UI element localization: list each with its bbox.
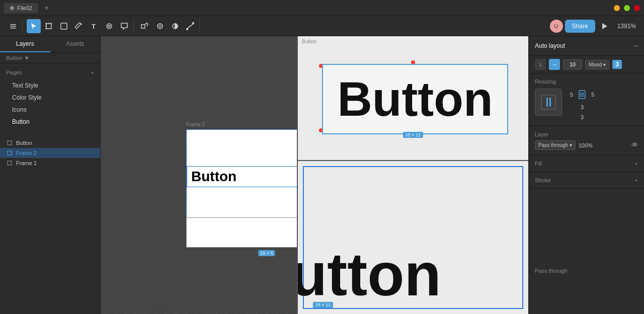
bottom-num-row: 3 xyxy=(570,114,594,121)
left-sidebar: Layers Assets Button ▼ Pages + Text Styl… xyxy=(0,36,101,314)
page-item-button[interactable]: Button xyxy=(6,116,94,128)
al-layer-row: Pass through ▾ 100% xyxy=(535,140,638,150)
pen-tool[interactable] xyxy=(72,19,86,33)
hand-tool[interactable] xyxy=(102,19,116,33)
auto-layout-controls: ↓ → Mixed ▾ 3 xyxy=(529,56,644,73)
file-tab[interactable]: File02 xyxy=(4,3,38,13)
menu-group xyxy=(4,19,23,33)
padding-highlight: 3 xyxy=(612,60,622,69)
canvas[interactable]: Frame 2 Button 15 × 5 Frame 1 xyxy=(101,36,528,314)
transform-tool[interactable] xyxy=(138,19,152,33)
layer-button[interactable]: Button xyxy=(0,138,100,148)
al-add-stroke[interactable]: + xyxy=(635,177,638,183)
button-text: Button xyxy=(191,169,236,184)
page-item-icons[interactable]: Icons xyxy=(6,104,94,116)
breadcrumb: Button ▼ xyxy=(0,53,100,63)
text-tool[interactable]: T xyxy=(87,19,101,33)
frame-icon xyxy=(6,139,13,146)
contrast-tool[interactable] xyxy=(168,19,182,33)
right-val: 5 xyxy=(591,92,594,98)
resize-box-inner xyxy=(539,93,558,112)
resizing-area: Resizing 5 xyxy=(529,73,644,126)
titlebar: File02 + xyxy=(0,0,644,16)
resize-icon-box[interactable] xyxy=(535,89,562,116)
svg-point-17 xyxy=(187,28,188,30)
user-avatar[interactable]: U xyxy=(550,20,563,33)
layers-section: Button Frame 2 Frame 1 xyxy=(0,134,100,314)
tool-group: T xyxy=(25,19,134,33)
gap-input[interactable] xyxy=(563,59,582,69)
padding-mixed-dropdown[interactable]: Mixed ▾ xyxy=(585,60,609,69)
pages-list: Text Style Color Style Icons Button xyxy=(6,77,94,130)
auto-layout-remove[interactable]: – xyxy=(633,41,638,50)
main-toolbar: T U Share 1391% xyxy=(0,16,644,36)
tab-assets[interactable]: Assets xyxy=(50,36,101,52)
direction-right[interactable]: → xyxy=(549,59,560,70)
auto-layout-panel: Auto layout – ↓ → Mixed ▾ 3 Resizing xyxy=(528,36,644,314)
center-icon xyxy=(576,89,588,101)
zoom-level[interactable]: 1391% xyxy=(613,23,640,30)
tab-name: File02 xyxy=(17,5,32,11)
left-val: 5 xyxy=(570,92,573,98)
svg-point-12 xyxy=(107,24,112,29)
canvas-frame1[interactable] xyxy=(186,217,347,248)
auto-layout-header: Auto layout – xyxy=(529,36,644,56)
cursor-tool[interactable] xyxy=(27,19,41,33)
fill-tool[interactable] xyxy=(153,19,167,33)
minimize-button[interactable] xyxy=(614,5,620,11)
center-num-row: 3 xyxy=(570,104,594,111)
layer-frame1[interactable]: Frame 1 xyxy=(0,158,100,168)
frame2-label: Frame 2 xyxy=(186,122,205,127)
svg-text:T: T xyxy=(92,23,96,30)
frame-icon xyxy=(6,160,13,167)
add-tab-button[interactable]: + xyxy=(44,4,49,13)
al-fill-title: Fill + xyxy=(535,161,638,167)
direction-down[interactable]: ↓ xyxy=(535,59,546,70)
button-element[interactable]: Button xyxy=(187,166,347,187)
play-button[interactable] xyxy=(597,19,611,33)
path-tool[interactable] xyxy=(183,19,197,33)
svg-point-47 xyxy=(634,144,635,145)
svg-rect-3 xyxy=(46,24,51,29)
close-button[interactable] xyxy=(634,5,640,11)
through-text: Pass through xyxy=(535,268,568,274)
sidebar-tabs: Layers Assets xyxy=(0,36,100,53)
al-stroke-title: Stroke + xyxy=(535,177,638,183)
inner-line-1 xyxy=(546,98,548,107)
al-add-fill[interactable]: + xyxy=(635,161,638,167)
side-numbers-row: 5 5 xyxy=(570,89,594,101)
auto-layout-title: Auto layout xyxy=(535,42,565,49)
comment-tool[interactable] xyxy=(117,19,131,33)
menu-button[interactable] xyxy=(6,19,20,33)
maximize-button[interactable] xyxy=(624,5,630,11)
shapes-tool[interactable] xyxy=(57,19,71,33)
svg-rect-20 xyxy=(8,141,12,145)
transform-group xyxy=(136,19,200,33)
tab-layers[interactable]: Layers xyxy=(0,36,50,52)
pages-header: Pages + xyxy=(6,67,94,77)
bottom-val: 3 xyxy=(581,114,584,120)
share-button[interactable]: Share xyxy=(565,20,595,33)
al-fill-section: Fill + xyxy=(529,155,644,172)
resize-layout: 5 5 3 3 xyxy=(535,89,638,121)
page-item-text-style[interactable]: Text Style xyxy=(6,80,94,92)
frame-icon xyxy=(6,149,13,156)
al-layer-area: Layer Pass through ▾ 100% xyxy=(529,126,644,155)
svg-rect-22 xyxy=(8,161,12,165)
al-stroke-section: Stroke + xyxy=(529,172,644,189)
svg-rect-10 xyxy=(61,23,67,29)
svg-point-18 xyxy=(193,22,194,24)
inner-rect xyxy=(541,95,556,110)
svg-rect-1 xyxy=(10,26,16,27)
page-item-color-style[interactable]: Color Style xyxy=(6,92,94,104)
al-blend-dropdown[interactable]: Pass through ▾ xyxy=(535,140,576,150)
al-layer-label: Layer xyxy=(535,131,638,137)
frame-tool[interactable] xyxy=(42,19,56,33)
layer-frame2[interactable]: Frame 2 xyxy=(0,148,100,158)
al-visibility-icon[interactable] xyxy=(631,141,638,149)
svg-marker-19 xyxy=(602,23,607,29)
svg-rect-14 xyxy=(141,25,145,28)
svg-rect-21 xyxy=(8,151,12,155)
svg-rect-0 xyxy=(10,24,16,25)
resize-numbers: 5 5 3 3 xyxy=(570,89,594,121)
